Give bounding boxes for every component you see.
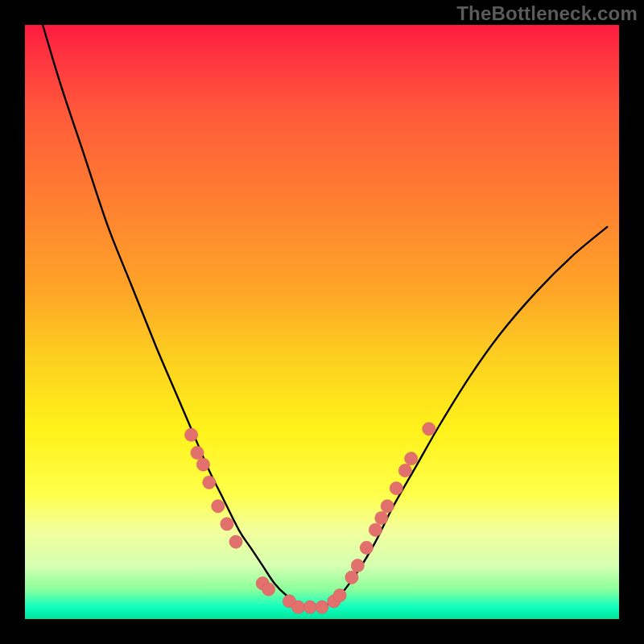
data-marker: [229, 535, 242, 548]
data-marker: [196, 458, 209, 471]
chart-frame: TheBottleneck.com: [0, 0, 644, 644]
data-marker: [381, 500, 394, 513]
data-marker: [423, 423, 436, 436]
watermark-text: TheBottleneck.com: [456, 2, 638, 25]
data-marker: [375, 511, 388, 524]
data-marker: [316, 601, 328, 613]
data-marker: [191, 446, 204, 459]
bottleneck-curve: [43, 25, 607, 609]
data-marker: [333, 588, 346, 601]
data-marker: [345, 571, 358, 584]
data-marker: [405, 452, 418, 465]
data-marker: [203, 476, 216, 489]
data-marker: [351, 559, 364, 572]
data-marker: [398, 464, 411, 477]
data-marker: [262, 583, 275, 596]
data-marker: [369, 523, 382, 536]
data-marker: [291, 601, 304, 613]
data-marker: [360, 541, 373, 554]
data-marker: [185, 428, 198, 441]
data-markers: [185, 423, 436, 614]
curve-layer: [25, 25, 619, 619]
data-marker: [303, 601, 316, 613]
data-marker: [221, 518, 233, 530]
data-marker: [212, 500, 225, 513]
data-marker: [390, 482, 402, 495]
